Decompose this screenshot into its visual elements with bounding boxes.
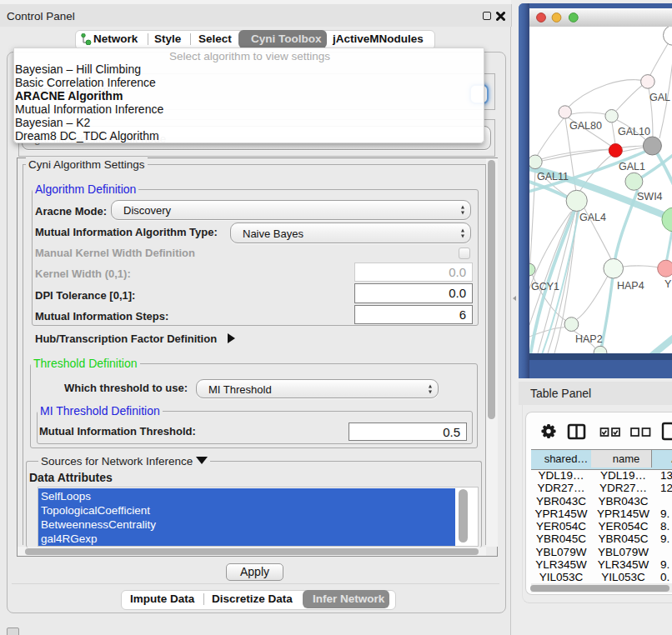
svg-text:HAP4: HAP4: [617, 280, 644, 292]
svg-text:GAL80: GAL80: [569, 120, 602, 132]
svg-text:Y: Y: [664, 278, 672, 290]
svg-text:GAL4: GAL4: [579, 212, 606, 223]
svg-text:GAL10: GAL10: [618, 126, 650, 138]
svg-text:HAP2: HAP2: [575, 333, 603, 345]
svg-text:GAL1: GAL1: [619, 161, 645, 172]
svg-text:GAL11: GAL11: [537, 171, 569, 182]
svg-text:GCY1: GCY1: [531, 281, 559, 292]
svg-text:SWI4: SWI4: [637, 191, 663, 202]
svg-text:GAL: GAL: [649, 92, 670, 103]
